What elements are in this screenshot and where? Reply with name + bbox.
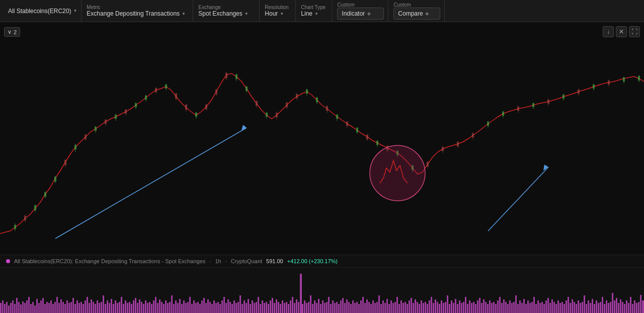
svg-rect-423 xyxy=(616,298,617,313)
svg-rect-131 xyxy=(28,297,30,313)
svg-rect-390 xyxy=(549,303,551,313)
expand-icon: ⛶ xyxy=(631,28,637,35)
svg-rect-358 xyxy=(485,302,487,313)
svg-rect-190 xyxy=(147,303,148,313)
svg-rect-377 xyxy=(523,299,525,313)
svg-rect-310 xyxy=(388,304,390,313)
svg-rect-394 xyxy=(557,300,559,313)
svg-rect-149 xyxy=(64,304,66,313)
svg-rect-184 xyxy=(135,298,136,313)
svg-rect-343 xyxy=(455,299,456,313)
svg-rect-74 xyxy=(376,141,378,145)
svg-rect-118 xyxy=(2,300,4,313)
svg-rect-378 xyxy=(525,304,527,313)
svg-rect-176 xyxy=(119,302,120,313)
svg-rect-129 xyxy=(24,303,26,313)
custom-compare-label: Custom xyxy=(393,2,440,8)
svg-rect-226 xyxy=(219,304,221,313)
svg-rect-34 xyxy=(175,94,177,99)
close-icon: ✕ xyxy=(619,28,624,35)
svg-rect-318 xyxy=(405,302,406,313)
bottom-chart-svg xyxy=(0,273,644,313)
svg-rect-225 xyxy=(217,302,219,313)
svg-rect-70 xyxy=(356,128,358,132)
svg-rect-12 xyxy=(64,160,66,165)
main-chart-area[interactable]: ∨ 2 ↓ ✕ ⛶ xyxy=(0,22,644,255)
svg-rect-150 xyxy=(66,300,68,313)
exchange-label: Exchange xyxy=(198,5,220,10)
svg-rect-152 xyxy=(70,302,72,313)
custom-compare-button[interactable]: Compare + xyxy=(393,8,440,20)
metric-selector[interactable]: Metric Exchange Depositing Transactions … xyxy=(83,0,193,22)
svg-rect-192 xyxy=(151,304,152,313)
svg-rect-235 xyxy=(235,303,237,313)
svg-rect-387 xyxy=(543,304,545,313)
resolution-value: Hour ▼ xyxy=(265,10,284,17)
custom-indicator-button[interactable]: Indicator + xyxy=(337,8,384,20)
svg-rect-329 xyxy=(427,304,428,313)
svg-rect-330 xyxy=(429,300,430,313)
metric-arrow: ▼ xyxy=(182,12,186,16)
resolution-selector[interactable]: Resolution Hour ▼ xyxy=(261,0,296,22)
download-button[interactable]: ↓ xyxy=(603,26,614,37)
bottom-bar-title: All Stablecoins(ERC20): Exchange Deposit… xyxy=(14,258,205,264)
svg-rect-202 xyxy=(171,295,173,313)
svg-rect-287 xyxy=(342,298,344,313)
svg-rect-286 xyxy=(340,300,342,313)
svg-rect-258 xyxy=(282,300,283,313)
svg-rect-281 xyxy=(330,304,332,313)
svg-rect-86 xyxy=(457,142,459,146)
svg-rect-242 xyxy=(250,304,251,313)
svg-rect-238 xyxy=(242,304,243,313)
chart-controls: ↓ ✕ ⛶ xyxy=(603,26,640,37)
svg-rect-418 xyxy=(606,300,607,313)
svg-rect-193 xyxy=(153,300,154,313)
svg-rect-30 xyxy=(155,88,157,92)
svg-rect-405 xyxy=(580,303,581,313)
svg-rect-302 xyxy=(372,300,374,313)
svg-rect-371 xyxy=(511,303,513,313)
svg-rect-283 xyxy=(334,303,336,313)
svg-rect-175 xyxy=(117,303,118,313)
svg-rect-353 xyxy=(475,304,476,313)
svg-rect-8 xyxy=(44,192,46,197)
svg-rect-317 xyxy=(403,303,404,313)
svg-rect-264 xyxy=(294,303,295,313)
svg-rect-425 xyxy=(620,299,621,313)
svg-rect-276 xyxy=(320,304,321,313)
svg-rect-22 xyxy=(115,115,117,119)
svg-rect-181 xyxy=(129,302,130,313)
svg-rect-275 xyxy=(318,299,319,313)
svg-rect-121 xyxy=(8,305,10,313)
chart-type-selector[interactable]: Chart Type Line ▼ xyxy=(297,0,332,22)
svg-rect-147 xyxy=(60,299,62,313)
close-button[interactable]: ✕ xyxy=(616,26,627,37)
svg-rect-183 xyxy=(133,300,134,313)
svg-rect-94 xyxy=(517,107,519,111)
svg-rect-334 xyxy=(437,302,438,313)
svg-rect-90 xyxy=(487,122,489,126)
resolution-label: Resolution xyxy=(265,5,288,10)
svg-rect-411 xyxy=(592,299,593,313)
exchange-selector[interactable]: Exchange Spot Exchanges ▼ xyxy=(194,0,260,22)
svg-rect-240 xyxy=(246,303,247,313)
exchange-arrow: ▼ xyxy=(245,12,249,16)
svg-rect-213 xyxy=(193,300,195,313)
svg-rect-290 xyxy=(348,302,350,313)
symbol-selector[interactable]: All Stablecoins(ERC20) ▼ xyxy=(4,0,82,22)
svg-rect-236 xyxy=(237,302,239,313)
svg-rect-64 xyxy=(326,106,328,111)
expand-button[interactable]: ⛶ xyxy=(629,26,640,37)
svg-rect-321 xyxy=(411,298,412,313)
svg-rect-408 xyxy=(586,304,587,313)
svg-rect-42 xyxy=(215,90,217,94)
svg-rect-133 xyxy=(32,302,34,313)
svg-rect-44 xyxy=(225,73,227,78)
svg-rect-222 xyxy=(211,304,213,313)
svg-rect-36 xyxy=(185,105,187,110)
svg-rect-431 xyxy=(632,304,633,313)
svg-rect-426 xyxy=(622,302,623,313)
svg-rect-356 xyxy=(481,303,482,313)
svg-rect-256 xyxy=(278,302,279,313)
svg-rect-362 xyxy=(493,302,495,313)
